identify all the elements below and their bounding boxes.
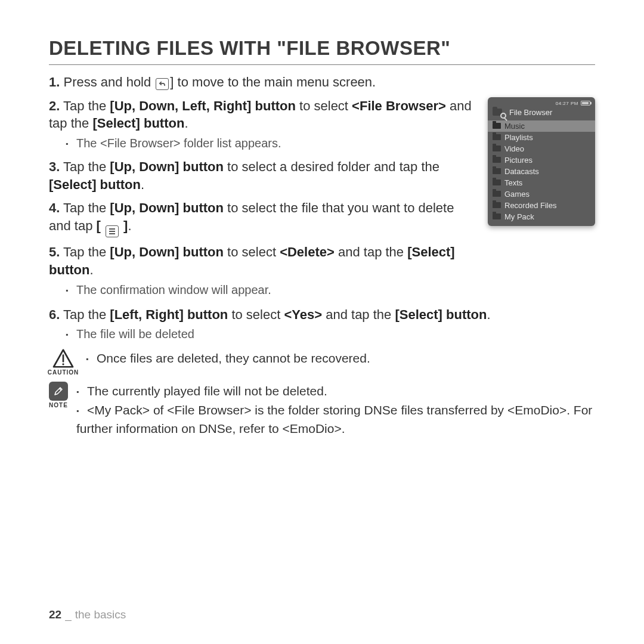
note-block: NOTE The currently played file will not … (49, 382, 595, 438)
steps-list: 1. Press and hold ] to move to the main … (49, 73, 595, 91)
step-2: 2. Tap the [Up, Down, Left, Right] butto… (49, 97, 476, 132)
device-folder-label: Music (504, 122, 525, 131)
page-title: DELETING FILES WITH "FILE BROWSER" (49, 37, 595, 65)
device-folder-label: Recorded Files (504, 201, 556, 210)
device-folder-label: My Pack (504, 212, 534, 221)
device-folder-label: Pictures (504, 156, 532, 165)
device-folder-item: Games (488, 188, 595, 200)
device-folder-label: Datacasts (504, 167, 539, 176)
caution-text: Once files are deleted, they cannot be r… (86, 349, 370, 368)
step-1: 1. Press and hold ] to move to the main … (49, 73, 595, 91)
section-name: the basics (75, 608, 126, 621)
device-time: 04:27 PM (556, 101, 578, 106)
note-text-1: The currently played file will not be de… (76, 382, 595, 401)
step-3: 3. Tap the [Up, Down] button to select a… (49, 158, 476, 193)
steps-list-cont: 2. Tap the [Up, Down, Left, Right] butto… (49, 97, 476, 299)
step-5: 5. Tap the [Up, Down] button to select <… (49, 243, 476, 278)
device-folder-label: Texts (504, 178, 522, 187)
folder-icon (493, 145, 501, 151)
back-key-icon (156, 78, 169, 90)
folder-icon (493, 179, 501, 185)
svg-point-2 (62, 363, 64, 365)
menu-key-icon (106, 225, 119, 237)
device-folder-item: Playlists (488, 132, 595, 143)
page-footer: 22_the basics (49, 608, 126, 621)
folder-icon (493, 213, 501, 219)
folder-icon (493, 123, 501, 129)
folder-icon (493, 134, 501, 140)
device-folder-label: Video (504, 144, 524, 153)
step-5-sub: The confirmation window will appear. (66, 281, 476, 299)
device-folder-item: My Pack (488, 211, 595, 222)
step-4: 4. Tap the [Up, Down] button to select t… (49, 199, 476, 237)
device-folder-list: MusicPlaylistsVideoPicturesDatacastsText… (488, 120, 595, 222)
note-text-2: <My Pack> of <File Browser> is the folde… (76, 401, 595, 438)
device-mock: 04:27 PM File Browser MusicPlaylistsVide… (488, 97, 595, 226)
page-number: 22 (49, 608, 61, 621)
note-icon (49, 382, 68, 401)
caution-label: CAUTION (48, 369, 79, 376)
device-folder-label: Playlists (504, 133, 533, 142)
device-folder-label: Games (504, 190, 530, 199)
file-browser-icon (493, 107, 506, 118)
folder-icon (493, 191, 501, 197)
note-label: NOTE (49, 402, 68, 408)
folder-icon (493, 168, 501, 174)
steps-list-end: 6. Tap the [Left, Right] button to selec… (49, 306, 595, 343)
device-folder-item: Video (488, 143, 595, 154)
step-2-sub: The <File Browser> folder list appears. (66, 135, 476, 152)
caution-icon (52, 349, 74, 368)
battery-icon (581, 101, 590, 106)
folder-icon (493, 202, 501, 208)
device-folder-item: Recorded Files (488, 200, 595, 211)
step-6: 6. Tap the [Left, Right] button to selec… (49, 306, 595, 324)
step-6-sub: The file will be deleted (66, 326, 595, 343)
caution-block: CAUTION Once files are deleted, they can… (49, 349, 595, 376)
device-folder-item: Music (488, 120, 595, 132)
device-folder-item: Datacasts (488, 166, 595, 177)
device-folder-item: Texts (488, 177, 595, 188)
folder-icon (493, 157, 501, 163)
device-folder-item: Pictures (488, 154, 595, 166)
device-title: File Browser (509, 108, 552, 117)
